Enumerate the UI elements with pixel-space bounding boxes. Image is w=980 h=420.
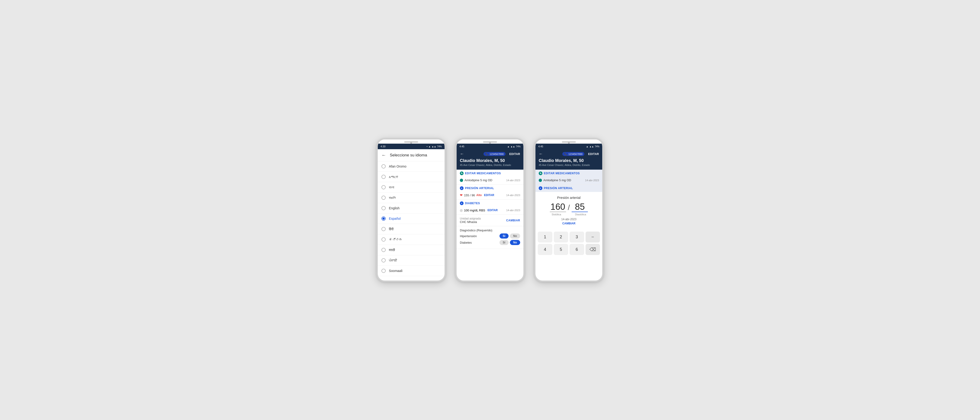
diagnosis-name-hipertension-2: Hipertensión <box>460 234 477 238</box>
bp-header-3: + PRESIÓN ARTERIAL <box>535 184 602 192</box>
numpad-key[interactable]: 3 <box>570 232 584 243</box>
radio-button[interactable] <box>382 185 386 189</box>
medication-row-3: Amlodipine 5 mg OD 14-abr-2023 <box>535 177 602 184</box>
diab-edit-link-2[interactable]: EDITAR <box>487 209 498 212</box>
diabetes-section-2: + DIABETES ◎ 100 mg/dL RBS EDITAR 14-abr… <box>457 200 523 215</box>
systolic-label-3: Sistólica <box>552 213 561 216</box>
unit-section-2: Unidad asignada CHC Mhasla CAMBIAR <box>457 215 523 226</box>
language-item[interactable]: English <box>378 203 445 214</box>
heart-icon-2: ❤ <box>460 193 463 197</box>
numpad-key[interactable]: 6 <box>570 244 584 255</box>
no-button-diabetes-2[interactable]: No <box>510 240 520 245</box>
language-item[interactable]: Afan Oromo <box>378 161 445 172</box>
diagnosis-label-2: Diagnóstico (Requerido) <box>460 228 520 232</box>
back-button-2[interactable]: ← <box>460 152 464 157</box>
status-bar-1: 4:30 • ▲ ▲▲ 74% <box>378 144 445 149</box>
status-time-2: 4:45 <box>460 145 464 148</box>
radio-button[interactable] <box>382 164 386 168</box>
bp-header-2: + PRESIÓN ARTERIAL <box>457 184 523 192</box>
radio-button[interactable] <box>382 206 386 210</box>
si-button-diabetes-2[interactable]: Sí <box>500 240 509 245</box>
language-item[interactable]: বাংলা <box>378 182 445 193</box>
back-button-1[interactable]: ← <box>382 152 386 158</box>
numpad-key[interactable]: 2 <box>554 232 568 243</box>
camera-dot-3 <box>568 142 570 144</box>
patient-header-top-2: ← 📞 1234567890 EDITAR <box>460 152 520 157</box>
edit-button-2[interactable]: EDITAR <box>509 152 520 156</box>
bp-numbers-3: 160 / 85 <box>539 202 599 212</box>
med-item-2: Amlodipine 5 mg OD <box>465 179 492 182</box>
pill-icon-2 <box>460 179 463 182</box>
radio-button[interactable] <box>382 248 386 252</box>
signal-icon-2: ▲▲ <box>511 145 515 148</box>
phone-3: 4:45 ▲ ▲▲ 74% ← 📞 1234567890 EDITAR Clau… <box>534 138 604 282</box>
si-button-hipertension-2[interactable]: Sí <box>500 233 509 238</box>
bp-left-2: ❤ 155 / 96 Alto EDITAR <box>460 193 494 197</box>
patient-name-3: Claudio Morales, M, 50 <box>539 158 599 163</box>
status-icons-3: ▲ ▲▲ 74% <box>586 145 600 148</box>
numpad-key[interactable]: ⌫ <box>585 244 600 255</box>
language-item[interactable]: বাঙালি <box>378 193 445 203</box>
bp-label-2: PRESIÓN ARTERIAL <box>465 187 494 190</box>
language-item[interactable]: ಕನ್ನಡ <box>378 234 445 245</box>
pill-icon-3 <box>539 179 542 182</box>
diab-date-2: 14-abr-2023 <box>506 209 520 212</box>
no-button-hipertension-2[interactable]: No <box>510 233 520 238</box>
diastolic-label-3: Diastólica <box>575 213 586 216</box>
bp-input-area-3: Presión arterial 160 / 85 Sistólica Dias… <box>535 192 602 230</box>
numpad-key[interactable]: 5 <box>554 244 568 255</box>
bp-edit-link-2[interactable]: EDITAR <box>484 193 494 197</box>
language-label: ਪੰਜਾਬੀ <box>389 259 397 262</box>
radio-button[interactable] <box>382 175 386 179</box>
radio-button[interactable] <box>382 258 386 262</box>
phone-icon-3: 📞 <box>564 152 568 155</box>
radio-button[interactable] <box>382 217 386 221</box>
language-item[interactable]: ਪੰਜਾਬੀ <box>378 255 445 266</box>
bluetooth-icon: • <box>427 145 428 148</box>
wifi-icon-3: ▲ <box>586 145 588 148</box>
diagnosis-row-hipertension-2: Hipertensión Sí No <box>460 233 520 238</box>
medications-header-3: ✎ EDITAR MEDICAMENTOS <box>535 169 602 177</box>
diagnosis-section-2: Diagnóstico (Requerido) Hipertensión Sí … <box>457 226 523 249</box>
language-item[interactable]: Español <box>378 214 445 224</box>
unit-info-2: Unidad asignada CHC Mhasla <box>460 217 481 224</box>
med-icon-2: ✎ <box>460 171 464 175</box>
language-item[interactable]: Soomaali <box>378 266 445 276</box>
language-label: English <box>389 206 399 210</box>
phone-icon-2: 📞 <box>485 152 488 155</box>
diastolic-value-3[interactable]: 85 <box>572 202 588 212</box>
status-bar-3: 4:45 ▲ ▲▲ 74% <box>535 144 602 149</box>
diab-value-2: 100 mg/dL RBS <box>464 209 485 212</box>
radio-button[interactable] <box>382 196 386 200</box>
drop-icon-2: ◎ <box>460 208 463 212</box>
med-date-2: 14-abr-2023 <box>506 179 520 182</box>
language-item[interactable]: मराठी <box>378 245 445 255</box>
radio-button[interactable] <box>382 237 386 241</box>
unit-change-btn-2[interactable]: CAMBIAR <box>506 219 520 222</box>
battery-2: 74% <box>516 145 520 148</box>
language-item[interactable]: አማርኛ <box>378 172 445 182</box>
numpad-3: 123−456⌫ <box>535 230 602 257</box>
toggle-group-diabetes-2: Sí No <box>500 240 520 245</box>
numpad-key[interactable]: 4 <box>538 244 552 255</box>
phone-top-bar-3 <box>535 139 602 144</box>
edit-button-3[interactable]: EDITAR <box>588 152 599 156</box>
numpad-key[interactable]: 1 <box>538 232 552 243</box>
language-item[interactable]: हिंदी <box>378 224 445 234</box>
signal-icon-3: ▲▲ <box>589 145 594 148</box>
status-bar-2: 4:45 ▲ ▲▲ 74% <box>457 144 523 149</box>
diagnosis-row-diabetes-2: Diabetes Sí No <box>460 240 520 245</box>
medications-label-3: EDITAR MEDICAMENTOS <box>544 172 580 175</box>
language-label: मराठी <box>389 248 395 252</box>
language-label: हिंदी <box>389 227 393 231</box>
med-left-3: Amlodipine 5 mg OD <box>539 179 571 182</box>
radio-button[interactable] <box>382 269 386 273</box>
radio-button[interactable] <box>382 227 386 231</box>
systolic-value-3[interactable]: 160 <box>550 202 566 212</box>
numpad-key[interactable]: − <box>585 232 600 243</box>
bp-cambiar-3[interactable]: CAMBIAR <box>539 222 599 225</box>
medications-label-2: EDITAR MEDICAMENTOS <box>465 172 501 175</box>
back-button-3[interactable]: ← <box>539 152 543 157</box>
diab-left-2: ◎ 100 mg/dL RBS EDITAR <box>460 208 498 212</box>
bp-date-3: 14-abr-2023 <box>539 218 599 221</box>
